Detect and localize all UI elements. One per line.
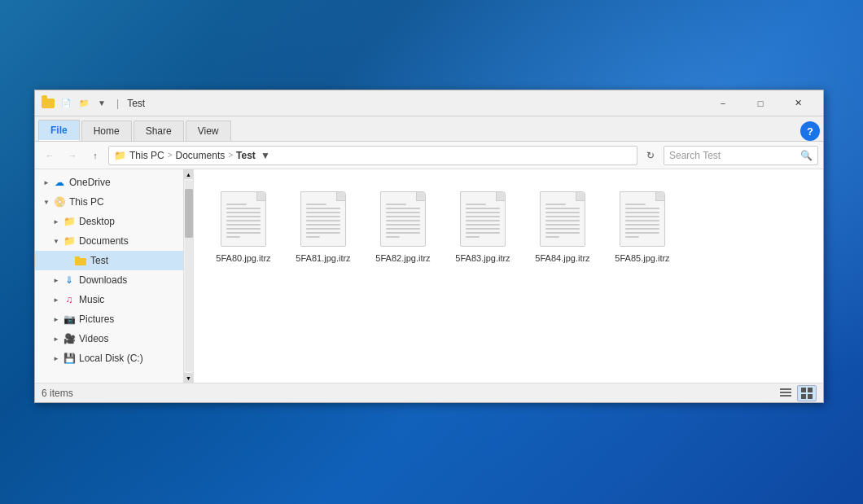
sidebar-item-thispc[interactable]: ▼ 📀 This PC bbox=[35, 192, 193, 212]
breadcrumb-test[interactable]: Test bbox=[236, 150, 256, 161]
file-icon bbox=[537, 189, 589, 249]
help-button[interactable]: ? bbox=[800, 121, 820, 141]
file-icon bbox=[377, 189, 429, 249]
large-icons-view-button[interactable] bbox=[797, 385, 817, 401]
sidebar-item-pictures[interactable]: ► 📷 Pictures bbox=[35, 309, 193, 329]
tab-file[interactable]: File bbox=[38, 120, 80, 141]
address-bar: ← → ↑ 📁 This PC > Documents > Test ▼ ↻ 🔍 bbox=[35, 142, 823, 169]
back-button[interactable]: ← bbox=[40, 146, 59, 165]
sidebar: ► ☁ OneDrive ▼ 📀 This PC ► 📁 Desktop bbox=[35, 169, 194, 383]
file-line bbox=[226, 228, 261, 230]
item-count: 6 items bbox=[42, 388, 73, 399]
expand-icon-desktop: ► bbox=[51, 217, 61, 226]
file-line bbox=[625, 232, 659, 234]
expand-icon-downloads: ► bbox=[51, 275, 61, 285]
file-page bbox=[380, 191, 426, 247]
file-item[interactable]: 5FA82.jpg.itrz bbox=[366, 182, 440, 270]
sidebar-item-localdisk[interactable]: ► 💾 Local Disk (C:) bbox=[35, 348, 193, 368]
window-title: Test bbox=[124, 98, 704, 109]
file-name: 5FA81.jpg.itrz bbox=[296, 252, 350, 264]
svg-rect-3 bbox=[780, 392, 791, 393]
qat-newfolder-button[interactable]: 📁 bbox=[76, 95, 92, 112]
title-bar: 📄 📁 ▼ | Test − □ ✕ bbox=[35, 90, 823, 116]
sidebar-label-desktop: Desktop bbox=[79, 216, 186, 227]
expand-icon-localdisk: ► bbox=[51, 353, 61, 363]
file-name: 5FA80.jpg.itrz bbox=[216, 252, 270, 264]
expand-icon-onedrive: ► bbox=[42, 177, 51, 187]
file-item[interactable]: 5FA80.jpg.itrz bbox=[207, 182, 280, 270]
sidebar-item-desktop[interactable]: ► 📁 Desktop bbox=[35, 212, 193, 231]
file-page-lines bbox=[226, 204, 261, 240]
main-area: ► ☁ OneDrive ▼ 📀 This PC ► 📁 Desktop bbox=[35, 169, 823, 383]
sidebar-scrollbar[interactable]: ▲ ▼ bbox=[183, 169, 193, 383]
qat-dropdown-button[interactable]: ▼ bbox=[94, 95, 110, 112]
breadcrumb-bar: 📁 This PC > Documents > Test ▼ bbox=[108, 146, 637, 165]
folder-icon-small: 📁 bbox=[114, 150, 126, 161]
expand-icon-pictures: ► bbox=[51, 314, 61, 324]
folder-icon-documents: 📁 bbox=[63, 234, 76, 248]
ribbon-tabs: File Home Share View ? bbox=[35, 116, 823, 141]
svg-rect-2 bbox=[780, 388, 791, 390]
minimize-button[interactable]: − bbox=[704, 90, 742, 116]
title-bar-icon bbox=[42, 97, 55, 110]
file-line bbox=[625, 216, 659, 217]
scroll-up-button[interactable]: ▲ bbox=[184, 169, 194, 179]
sidebar-item-videos[interactable]: ► 🎥 Videos bbox=[35, 329, 193, 348]
file-item[interactable]: 5FA84.jpg.itrz bbox=[526, 182, 599, 270]
file-line bbox=[386, 228, 420, 230]
search-input[interactable] bbox=[669, 150, 800, 161]
qat-properties-button[interactable]: 📄 bbox=[58, 95, 74, 112]
file-line bbox=[386, 212, 420, 213]
maximize-button[interactable]: □ bbox=[742, 90, 779, 116]
file-item[interactable]: 5FA81.jpg.itrz bbox=[287, 182, 360, 270]
file-line bbox=[226, 232, 261, 234]
disk-icon: 💾 bbox=[63, 352, 76, 365]
search-icon[interactable]: 🔍 bbox=[800, 150, 813, 161]
file-item[interactable]: 5FA83.jpg.itrz bbox=[446, 182, 519, 270]
file-icon bbox=[616, 189, 668, 249]
ribbon: File Home Share View ? bbox=[35, 116, 823, 142]
file-line bbox=[545, 216, 580, 217]
file-line bbox=[466, 232, 500, 234]
refresh-button[interactable]: ↻ bbox=[641, 146, 660, 165]
sidebar-item-test[interactable]: Test bbox=[35, 251, 193, 270]
scroll-thumb[interactable] bbox=[185, 189, 193, 238]
address-dropdown-button[interactable]: ▼ bbox=[259, 146, 272, 165]
sidebar-item-downloads[interactable]: ► ⇓ Downloads bbox=[35, 270, 193, 290]
search-box: 🔍 bbox=[664, 146, 818, 165]
forward-button[interactable]: → bbox=[63, 146, 82, 165]
tab-share[interactable]: Share bbox=[134, 121, 184, 141]
sidebar-item-documents[interactable]: ▼ 📁 Documents bbox=[35, 231, 193, 251]
file-line bbox=[625, 204, 646, 205]
file-line bbox=[545, 228, 580, 230]
file-line bbox=[306, 208, 340, 209]
pc-icon: 📀 bbox=[53, 195, 66, 208]
file-line bbox=[625, 220, 659, 221]
file-line bbox=[226, 220, 261, 221]
large-icons-view-icon bbox=[801, 388, 813, 399]
tab-view[interactable]: View bbox=[186, 121, 231, 141]
file-line bbox=[466, 228, 500, 230]
file-icon bbox=[457, 189, 509, 249]
sidebar-item-music[interactable]: ► ♫ Music bbox=[35, 290, 193, 309]
sidebar-label-documents: Documents bbox=[79, 235, 186, 247]
file-page bbox=[620, 191, 665, 247]
downloads-icon: ⇓ bbox=[63, 274, 76, 287]
file-page-lines bbox=[306, 204, 340, 240]
file-line bbox=[386, 236, 400, 238]
close-button[interactable]: ✕ bbox=[779, 90, 817, 116]
cloud-icon: ☁ bbox=[53, 176, 66, 189]
tab-home[interactable]: Home bbox=[81, 121, 132, 141]
details-view-button[interactable] bbox=[776, 385, 795, 401]
file-line bbox=[466, 208, 500, 209]
scroll-down-button[interactable]: ▼ bbox=[184, 373, 194, 383]
breadcrumb-documents[interactable]: Documents bbox=[176, 150, 226, 161]
breadcrumb-this-pc[interactable]: 📁 This PC bbox=[114, 150, 164, 161]
sidebar-item-onedrive[interactable]: ► ☁ OneDrive bbox=[35, 173, 193, 192]
svg-rect-6 bbox=[808, 388, 813, 392]
file-line bbox=[226, 236, 240, 238]
file-page-lines bbox=[625, 204, 659, 240]
file-item[interactable]: 5FA85.jpg.itrz bbox=[606, 182, 679, 270]
up-button[interactable]: ↑ bbox=[85, 146, 105, 165]
svg-rect-4 bbox=[780, 395, 791, 397]
